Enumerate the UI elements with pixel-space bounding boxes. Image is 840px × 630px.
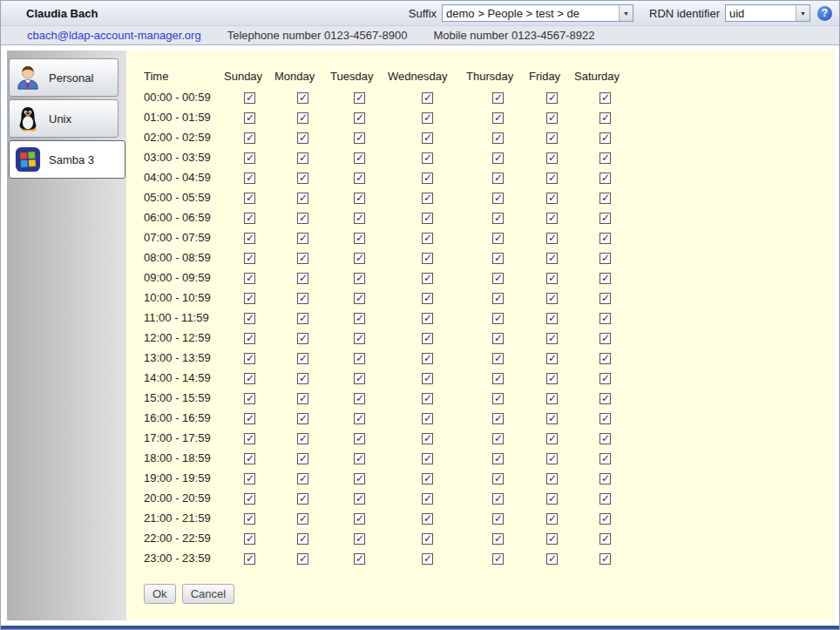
logon-hour-checkbox[interactable]	[297, 353, 308, 364]
logon-hour-checkbox[interactable]	[354, 353, 365, 364]
logon-hour-checkbox[interactable]	[354, 193, 365, 204]
logon-hour-checkbox[interactable]	[354, 433, 365, 444]
logon-hour-checkbox[interactable]	[600, 233, 611, 244]
logon-hour-checkbox[interactable]	[600, 132, 611, 144]
logon-hour-checkbox[interactable]	[354, 553, 365, 565]
logon-hour-checkbox[interactable]	[422, 293, 433, 304]
logon-hour-checkbox[interactable]	[244, 253, 255, 264]
logon-hour-checkbox[interactable]	[492, 473, 504, 484]
logon-hour-checkbox[interactable]	[354, 233, 365, 244]
logon-hour-checkbox[interactable]	[297, 132, 308, 144]
logon-hour-checkbox[interactable]	[354, 473, 365, 484]
logon-hour-checkbox[interactable]	[297, 273, 308, 284]
logon-hour-checkbox[interactable]	[422, 373, 433, 384]
logon-hour-checkbox[interactable]	[354, 533, 365, 545]
logon-hour-checkbox[interactable]	[354, 132, 365, 144]
logon-hour-checkbox[interactable]	[244, 553, 255, 565]
logon-hour-checkbox[interactable]	[244, 112, 255, 124]
logon-hour-checkbox[interactable]	[546, 273, 558, 284]
logon-hour-checkbox[interactable]	[422, 112, 433, 124]
logon-hour-checkbox[interactable]	[422, 92, 433, 104]
logon-hour-checkbox[interactable]	[492, 173, 504, 184]
cancel-button[interactable]: Cancel	[182, 584, 234, 604]
logon-hour-checkbox[interactable]	[546, 132, 558, 144]
logon-hour-checkbox[interactable]	[600, 293, 611, 304]
logon-hour-checkbox[interactable]	[492, 132, 504, 144]
logon-hour-checkbox[interactable]	[244, 393, 255, 404]
logon-hour-checkbox[interactable]	[422, 553, 433, 565]
logon-hour-checkbox[interactable]	[297, 253, 308, 264]
logon-hour-checkbox[interactable]	[546, 313, 558, 324]
logon-hour-checkbox[interactable]	[600, 213, 611, 224]
logon-hour-checkbox[interactable]	[297, 173, 308, 184]
logon-hour-checkbox[interactable]	[422, 433, 433, 444]
logon-hour-checkbox[interactable]	[354, 273, 365, 284]
logon-hour-checkbox[interactable]	[297, 413, 308, 424]
ok-button[interactable]: Ok	[144, 584, 176, 604]
logon-hour-checkbox[interactable]	[422, 152, 433, 164]
logon-hour-checkbox[interactable]	[600, 413, 611, 424]
logon-hour-checkbox[interactable]	[422, 393, 433, 404]
logon-hour-checkbox[interactable]	[297, 92, 308, 104]
logon-hour-checkbox[interactable]	[244, 132, 255, 144]
logon-hour-checkbox[interactable]	[546, 353, 558, 364]
logon-hour-checkbox[interactable]	[492, 273, 504, 284]
logon-hour-checkbox[interactable]	[546, 373, 558, 384]
logon-hour-checkbox[interactable]	[600, 393, 611, 404]
logon-hour-checkbox[interactable]	[600, 353, 611, 364]
logon-hour-checkbox[interactable]	[546, 333, 558, 344]
logon-hour-checkbox[interactable]	[600, 173, 611, 184]
logon-hour-checkbox[interactable]	[546, 152, 558, 164]
logon-hour-checkbox[interactable]	[422, 132, 433, 144]
logon-hour-checkbox[interactable]	[492, 92, 504, 104]
logon-hour-checkbox[interactable]	[244, 533, 255, 545]
logon-hour-checkbox[interactable]	[600, 273, 611, 284]
logon-hour-checkbox[interactable]	[244, 193, 255, 204]
logon-hour-checkbox[interactable]	[600, 193, 611, 204]
logon-hour-checkbox[interactable]	[422, 173, 433, 184]
logon-hour-checkbox[interactable]	[244, 233, 255, 244]
logon-hour-checkbox[interactable]	[244, 353, 255, 364]
logon-hour-checkbox[interactable]	[600, 253, 611, 264]
tab-samba3[interactable]: Samba 3	[9, 140, 125, 179]
help-icon[interactable]: ?	[817, 6, 832, 21]
logon-hour-checkbox[interactable]	[492, 433, 504, 444]
logon-hour-checkbox[interactable]	[297, 213, 308, 224]
suffix-select[interactable]: demo > People > test > de ▼	[442, 4, 633, 22]
logon-hour-checkbox[interactable]	[422, 533, 433, 545]
logon-hour-checkbox[interactable]	[492, 213, 504, 224]
logon-hour-checkbox[interactable]	[600, 373, 611, 384]
logon-hour-checkbox[interactable]	[546, 433, 558, 444]
logon-hour-checkbox[interactable]	[354, 313, 365, 324]
logon-hour-checkbox[interactable]	[492, 373, 504, 384]
logon-hour-checkbox[interactable]	[546, 253, 558, 264]
logon-hour-checkbox[interactable]	[546, 233, 558, 244]
logon-hour-checkbox[interactable]	[422, 453, 433, 464]
logon-hour-checkbox[interactable]	[546, 393, 558, 404]
logon-hour-checkbox[interactable]	[492, 112, 504, 124]
logon-hour-checkbox[interactable]	[244, 433, 255, 444]
logon-hour-checkbox[interactable]	[492, 553, 504, 565]
logon-hour-checkbox[interactable]	[244, 92, 255, 104]
logon-hour-checkbox[interactable]	[354, 513, 365, 525]
logon-hour-checkbox[interactable]	[600, 112, 611, 124]
logon-hour-checkbox[interactable]	[600, 553, 611, 565]
logon-hour-checkbox[interactable]	[546, 473, 558, 484]
logon-hour-checkbox[interactable]	[297, 453, 308, 464]
logon-hour-checkbox[interactable]	[354, 213, 365, 224]
chevron-down-icon[interactable]: ▼	[796, 5, 810, 21]
logon-hour-checkbox[interactable]	[297, 152, 308, 164]
logon-hour-checkbox[interactable]	[492, 313, 504, 324]
logon-hour-checkbox[interactable]	[546, 213, 558, 224]
logon-hour-checkbox[interactable]	[492, 193, 504, 204]
logon-hour-checkbox[interactable]	[354, 453, 365, 464]
logon-hour-checkbox[interactable]	[354, 493, 365, 505]
logon-hour-checkbox[interactable]	[297, 553, 308, 565]
logon-hour-checkbox[interactable]	[297, 333, 308, 344]
logon-hour-checkbox[interactable]	[422, 333, 433, 344]
logon-hour-checkbox[interactable]	[422, 313, 433, 324]
logon-hour-checkbox[interactable]	[546, 92, 558, 104]
logon-hour-checkbox[interactable]	[244, 333, 255, 344]
logon-hour-checkbox[interactable]	[492, 493, 504, 505]
logon-hour-checkbox[interactable]	[297, 313, 308, 324]
